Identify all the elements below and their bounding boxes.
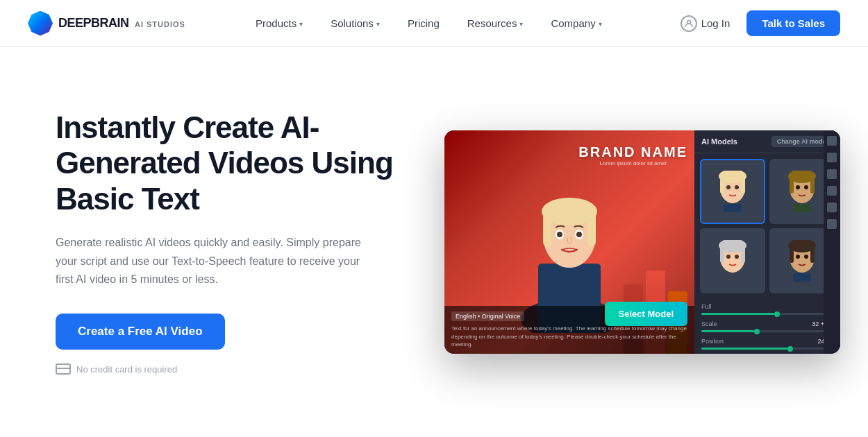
- panel-side-icons: [824, 130, 840, 354]
- hero-description: Generate realistic AI videos quickly and…: [56, 234, 375, 289]
- chevron-down-icon: ▾: [376, 20, 380, 28]
- position-slider[interactable]: [701, 330, 833, 332]
- nav-item-products[interactable]: Products ▾: [244, 12, 314, 35]
- svg-point-37: [796, 255, 800, 259]
- control-label-scale: Scale: [701, 320, 717, 327]
- svg-rect-28: [720, 246, 724, 263]
- svg-point-24: [804, 185, 808, 189]
- brand-name-text: BRAND NAME: [578, 144, 687, 160]
- brand-sub-text: Lorem ipsum dolor sit amet: [578, 160, 687, 166]
- nav-item-company[interactable]: Company ▾: [540, 12, 612, 35]
- hero-left: Instantly Create AI-Generated Videos Usi…: [56, 110, 403, 375]
- nav-item-resources[interactable]: Resources ▾: [456, 12, 535, 35]
- create-free-video-button[interactable]: Create a Free AI Video: [56, 314, 225, 350]
- scale-slider[interactable]: [701, 313, 833, 315]
- model-card-3[interactable]: [700, 228, 765, 293]
- login-button[interactable]: Log In: [672, 10, 739, 37]
- chevron-down-icon: ▾: [519, 20, 523, 28]
- model-card-1[interactable]: [700, 159, 765, 224]
- model-face-1: [701, 160, 764, 223]
- panel-icon-6[interactable]: [827, 219, 837, 229]
- svg-rect-7: [587, 212, 596, 246]
- svg-point-10: [557, 232, 562, 237]
- hero-right: BRAND NAME Lorem ipsum dolor sit amet En…: [444, 130, 840, 354]
- nav-links: Products ▾ Solutions ▾ Pricing Resources…: [244, 12, 613, 35]
- hero-title: Instantly Create AI-Generated Videos Usi…: [56, 110, 403, 218]
- panel-icon-1[interactable]: [827, 136, 837, 146]
- svg-rect-29: [741, 246, 745, 263]
- logo-text-main: DEEPBRAIN: [58, 16, 129, 30]
- control-label-position: Position: [701, 338, 724, 345]
- svg-rect-36: [810, 246, 815, 263]
- svg-point-38: [804, 255, 808, 259]
- panel-icon-3[interactable]: [827, 169, 837, 179]
- svg-rect-15: [741, 176, 745, 194]
- nav-actions: Log In Talk to Sales: [672, 10, 840, 37]
- video-language: English • Original Voice: [451, 311, 524, 321]
- video-preview: BRAND NAME Lorem ipsum dolor sit amet En…: [444, 130, 694, 354]
- svg-point-17: [735, 185, 739, 189]
- product-mockup: BRAND NAME Lorem ipsum dolor sit amet En…: [444, 130, 840, 354]
- model-grid: [694, 153, 840, 299]
- panel-icon-2[interactable]: [827, 153, 837, 162]
- no-credit-card-notice: No credit card is required: [56, 363, 403, 375]
- svg-rect-18: [724, 204, 742, 212]
- nav-item-solutions[interactable]: Solutions ▾: [319, 12, 391, 35]
- chevron-down-icon: ▾: [599, 20, 602, 28]
- svg-point-30: [726, 255, 731, 259]
- model-face-3: [700, 228, 765, 293]
- panel-header: AI Models Change AI model: [694, 130, 840, 153]
- navbar: DEEPBRAIN AI STUDIOS Products ▾ Solution…: [0, 0, 868, 47]
- credit-card-icon: [56, 363, 71, 375]
- nav-item-pricing[interactable]: Pricing: [397, 12, 451, 35]
- logo-icon: [28, 11, 53, 36]
- svg-rect-32: [724, 273, 742, 282]
- svg-rect-6: [543, 212, 551, 246]
- logo-text-sub: AI STUDIOS: [135, 20, 185, 28]
- panel-title: AI Models: [701, 137, 737, 146]
- ai-models-panel: AI Models Change AI model: [694, 130, 840, 354]
- svg-point-31: [735, 255, 739, 259]
- logo: DEEPBRAIN AI STUDIOS: [28, 11, 185, 36]
- svg-rect-39: [793, 273, 811, 282]
- svg-rect-35: [790, 246, 794, 263]
- control-label-full: Full: [701, 303, 712, 310]
- svg-rect-25: [793, 204, 811, 212]
- panel-icon-5[interactable]: [827, 203, 837, 212]
- chevron-down-icon: ▾: [299, 20, 303, 28]
- zindex-slider[interactable]: [701, 348, 833, 350]
- video-caption-text: Text for an announcement where today's m…: [451, 325, 687, 348]
- video-controls: Full Scale 32 +1%: [694, 299, 840, 354]
- user-icon: [681, 15, 697, 32]
- panel-icon-4[interactable]: [827, 186, 837, 196]
- select-model-button[interactable]: Select Model: [605, 302, 687, 326]
- svg-rect-22: [810, 176, 815, 194]
- svg-point-11: [576, 232, 582, 237]
- hero-section: Instantly Create AI-Generated Videos Usi…: [0, 47, 868, 437]
- svg-rect-14: [720, 176, 724, 194]
- svg-rect-21: [790, 176, 794, 194]
- brand-overlay: BRAND NAME Lorem ipsum dolor sit amet: [578, 144, 687, 166]
- talk-to-sales-button[interactable]: Talk to Sales: [746, 10, 840, 36]
- svg-point-16: [726, 185, 731, 189]
- svg-point-23: [796, 185, 800, 189]
